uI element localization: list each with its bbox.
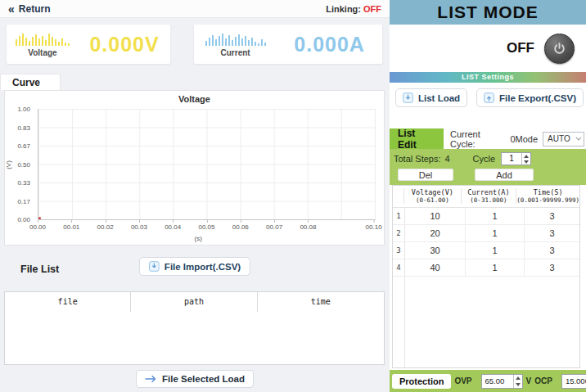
del-button[interactable]: Del	[398, 169, 453, 181]
spacer	[390, 113, 586, 128]
cycle-label: Cycle	[473, 154, 496, 164]
file-selected-load-label: File Selected Load	[162, 374, 245, 384]
protection-bar: Protection OVP 65.00 V OCP 15.000 A	[390, 370, 586, 392]
total-steps-label: Total Steps:	[394, 154, 440, 164]
file-import-button[interactable]: File Import(.CSV)	[139, 257, 250, 276]
voltage-column-header: Voltage(V) (0-61.00)	[404, 188, 461, 204]
file-selected-load-button[interactable]: File Selected Load	[136, 370, 254, 388]
cycle-value[interactable]: 1	[502, 153, 521, 164]
chart-title: Voltage	[5, 94, 384, 104]
cycle-spin-buttons[interactable]	[521, 153, 530, 164]
monitor-panel: « Return Linking:OFF	[0, 0, 390, 392]
list-file-buttons: List Load File Export(.CSV)	[390, 83, 586, 113]
mode-select[interactable]: AUTO	[543, 132, 584, 146]
voltage-cell[interactable]: 10	[405, 208, 466, 224]
cycle-spinner[interactable]: 1	[501, 152, 531, 165]
list-mode-title: LIST MODE	[390, 0, 586, 25]
voltage-label: Voltage	[28, 48, 56, 57]
y-axis-ticks: 1.00 0.83 0.67 0.50 0.33 0.17 0.00	[5, 106, 34, 223]
y-tick: 0.17	[17, 198, 30, 205]
y-tick: 0.00	[17, 216, 30, 223]
table-row: 3 30 1 3	[393, 242, 579, 259]
back-chevrons-icon: «	[8, 3, 15, 15]
ocp-value[interactable]: 15.000	[562, 375, 586, 388]
voltage-cell[interactable]: 30	[405, 242, 466, 259]
voltage-cell[interactable]: 40	[405, 259, 466, 276]
x-axis-label: (s)	[195, 235, 202, 242]
time-cell[interactable]: 3	[525, 259, 579, 277]
add-button[interactable]: Add	[475, 169, 534, 181]
index-column-header	[393, 188, 404, 204]
arrow-right-icon	[145, 374, 157, 384]
x-tick: 00.10	[366, 223, 382, 231]
tab-list-edit[interactable]: List Edit	[390, 128, 444, 149]
current-bars-icon	[205, 32, 266, 47]
time-cell[interactable]: 3	[525, 208, 579, 225]
file-import-label: File Import(.CSV)	[165, 262, 241, 272]
protection-button[interactable]: Protection	[392, 374, 451, 389]
ovp-value[interactable]: 65.00	[482, 375, 513, 388]
table-row: 2 20 1 3	[393, 225, 579, 242]
x-tick: 00.03	[131, 223, 147, 231]
file-table: file path time	[4, 291, 385, 365]
tab-curve[interactable]: Curve	[0, 74, 61, 90]
spin-down-icon[interactable]	[514, 381, 522, 388]
list-edit-row: List Edit Current Cycle: 0 Mode AUTO	[390, 128, 586, 149]
linking-label: Linking:	[326, 4, 361, 14]
file-table-body[interactable]	[5, 312, 384, 364]
list-load-button[interactable]: List Load	[395, 88, 467, 107]
time-column-header: Time(S) (0.001-99999.999)	[516, 188, 579, 204]
current-cell[interactable]: 1	[466, 225, 525, 241]
y-tick: 0.83	[17, 124, 30, 132]
row-index: 1	[393, 208, 405, 224]
return-button[interactable]: « Return	[8, 3, 50, 15]
time-header-range: (0.001-99999.999)	[516, 196, 579, 204]
linking-status: Linking:OFF	[326, 4, 381, 14]
spin-up-icon[interactable]	[522, 153, 530, 159]
mode-label: Mode	[516, 134, 539, 144]
current-cycle-label: Current Cycle:	[450, 129, 506, 149]
steps-line: Total Steps: 4 Cycle 1	[394, 151, 582, 166]
current-cell[interactable]: 1	[466, 259, 525, 276]
y-tick: 0.50	[17, 161, 30, 169]
total-steps-value: 4	[444, 154, 449, 164]
index-column-fill	[393, 277, 405, 367]
ovp-spinner[interactable]: 65.00	[481, 374, 523, 389]
voltage-icon-wrap: Voltage	[7, 32, 79, 57]
file-export-button[interactable]: File Export(.CSV)	[476, 88, 584, 107]
x-tick: 00.01	[63, 223, 79, 231]
ocp-label: OCP	[534, 376, 552, 385]
voltage-cell[interactable]: 20	[405, 225, 466, 241]
list-load-label: List Load	[418, 93, 460, 103]
current-cell[interactable]: 1	[466, 208, 525, 224]
power-button[interactable]	[544, 34, 575, 64]
data-point-origin	[38, 217, 41, 219]
top-bar: « Return Linking:OFF	[0, 0, 390, 18]
file-load-row: File Selected Load	[0, 370, 390, 388]
current-label: Current	[221, 48, 250, 57]
voltage-header-range: (0-61.00)	[404, 196, 460, 204]
x-tick: 00.00	[29, 223, 46, 231]
time-cell[interactable]: 3	[525, 225, 579, 242]
time-cell[interactable]: 3	[525, 242, 579, 259]
voltage-bars-icon	[16, 32, 70, 47]
y-tick: 0.33	[17, 179, 30, 187]
edit-buttons: Del Add	[394, 169, 582, 181]
x-tick: 00.06	[232, 223, 249, 231]
ocp-spinner[interactable]: 15.000	[561, 374, 586, 389]
voltage-header-title: Voltage(V)	[404, 188, 460, 196]
mode-value: AUTO	[548, 134, 570, 143]
steps-table: Voltage(V) (0-61.00) Current(A) (0-31.00…	[392, 185, 580, 368]
current-cell[interactable]: 1	[466, 242, 525, 259]
spin-up-icon[interactable]	[514, 375, 522, 381]
current-meter-card: Current 0.000A	[194, 25, 382, 64]
x-tick: 00.07	[266, 223, 282, 231]
import-download-icon	[149, 261, 160, 272]
plot-area	[38, 109, 376, 220]
file-table-header: file path time	[5, 292, 384, 312]
spin-down-icon[interactable]	[522, 159, 530, 164]
load-download-icon	[403, 92, 413, 103]
list-mode-panel: LIST MODE OFF LIST Settings List Load	[390, 0, 586, 392]
ovp-spin-buttons[interactable]	[513, 375, 522, 388]
y-tick: 0.67	[17, 142, 30, 150]
